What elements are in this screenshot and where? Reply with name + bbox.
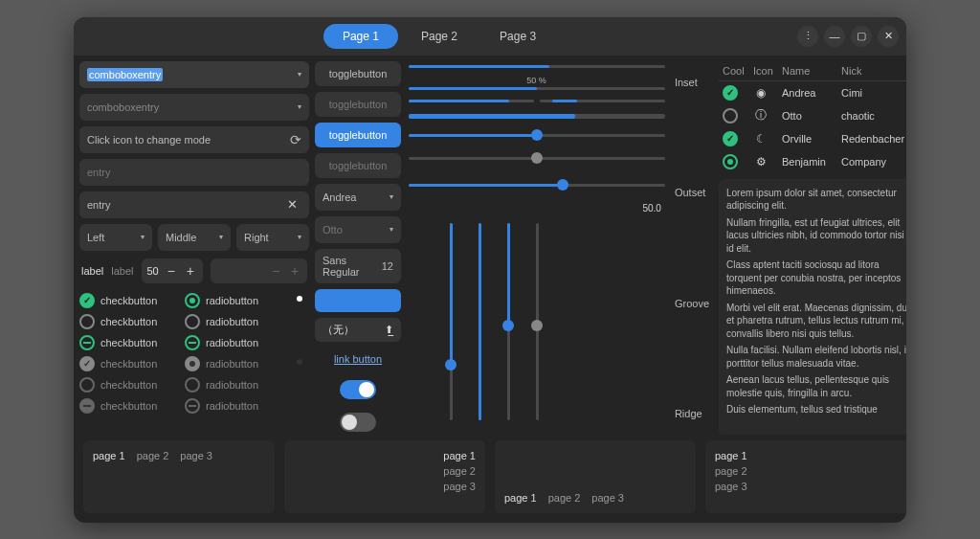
progress-text: 50 % bbox=[526, 76, 546, 85]
file-chooser[interactable]: （无） ⬆̲ bbox=[315, 318, 401, 342]
table-row[interactable]: ☾ Orville Redenbacher bbox=[719, 127, 906, 150]
combobox-entry-2[interactable]: comboboxentry ▾ bbox=[79, 94, 309, 121]
tab-page-1[interactable]: Page 1 bbox=[323, 24, 398, 49]
frame-inset: Inset bbox=[675, 77, 709, 88]
nb-tab[interactable]: page 2 bbox=[137, 450, 169, 461]
chevron-down-icon: ▾ bbox=[298, 102, 301, 111]
link-button[interactable]: link button bbox=[315, 348, 401, 371]
left-column: comboboxentry ▾ comboboxentry ▾ Click ic… bbox=[79, 61, 309, 435]
v-slider-4 bbox=[531, 223, 543, 420]
dropdown-right[interactable]: Right▾ bbox=[236, 224, 309, 251]
combobox-value: comboboxentry bbox=[87, 68, 163, 81]
entry-filled[interactable]: entry ✕ bbox=[79, 191, 309, 218]
upload-icon: ⬆̲ bbox=[385, 324, 393, 336]
font-button[interactable]: Sans Regular 12 bbox=[315, 249, 401, 283]
nb-tab[interactable]: page 2 bbox=[715, 465, 747, 477]
nb-tab[interactable]: page 3 bbox=[443, 481, 476, 492]
close-button[interactable]: ✕ bbox=[878, 26, 899, 47]
combo-andrea[interactable]: Andrea▾ bbox=[315, 184, 401, 211]
spin-plus[interactable]: + bbox=[184, 263, 197, 279]
level-bar bbox=[409, 114, 665, 119]
col-nick[interactable]: Nick bbox=[841, 65, 906, 77]
checkbox-icon[interactable] bbox=[723, 131, 738, 146]
toggle-button-3[interactable]: togglebutton bbox=[315, 123, 401, 147]
chevron-down-icon: ▾ bbox=[298, 70, 301, 79]
combo-otto: Otto▾ bbox=[315, 216, 401, 243]
checkbox-icon[interactable] bbox=[723, 108, 738, 124]
toggle-button-2[interactable]: togglebutton bbox=[315, 92, 401, 117]
switch-on[interactable] bbox=[340, 380, 376, 399]
spin-minus[interactable]: − bbox=[269, 263, 282, 279]
settings-icon: ⚙ bbox=[753, 154, 768, 169]
nb-tab[interactable]: page 1 bbox=[715, 450, 747, 461]
v-slider-2[interactable] bbox=[474, 223, 485, 420]
mode-entry[interactable]: Click icon to change mode bbox=[79, 126, 309, 153]
spin-value: 50 bbox=[147, 265, 159, 277]
color-button[interactable] bbox=[315, 289, 401, 312]
spin-button-1[interactable]: 50 − + bbox=[142, 258, 203, 283]
right-column: Cool Icon Name Nick ◉ Andrea Cimi ⓘ Otto… bbox=[719, 61, 906, 435]
table-row[interactable]: ⓘ Otto chaotic bbox=[719, 104, 906, 127]
nb-tab[interactable]: page 1 bbox=[504, 492, 537, 504]
nb-tab[interactable]: page 1 bbox=[443, 450, 476, 461]
slider-thumb[interactable] bbox=[445, 359, 457, 371]
progress-bar-1 bbox=[409, 65, 665, 68]
nb-tab[interactable]: page 1 bbox=[93, 450, 125, 461]
radio-icon[interactable] bbox=[185, 293, 200, 308]
h-slider-1[interactable] bbox=[409, 128, 665, 142]
frame-ridge: Ridge bbox=[675, 408, 709, 419]
h-slider-2 bbox=[409, 151, 665, 165]
col-icon[interactable]: Icon bbox=[753, 65, 780, 77]
checkbox-icon[interactable] bbox=[723, 85, 738, 101]
table-row[interactable]: ◉ Andrea Cimi bbox=[719, 81, 906, 104]
toggle-button-1[interactable]: togglebutton bbox=[315, 61, 401, 86]
refresh-icon[interactable] bbox=[290, 132, 301, 147]
notebook-1: page 1 page 2 page 3 bbox=[83, 440, 275, 513]
slider-thumb[interactable] bbox=[557, 179, 568, 191]
radio-icon[interactable] bbox=[185, 314, 200, 329]
nb-tab[interactable]: page 3 bbox=[715, 481, 747, 492]
radio-icon[interactable] bbox=[185, 335, 200, 350]
checkbox-icon[interactable] bbox=[79, 293, 95, 308]
slider-thumb bbox=[531, 152, 543, 164]
checkbox-icon bbox=[79, 356, 95, 371]
minimize-button[interactable]: — bbox=[824, 26, 845, 47]
h-slider-3[interactable] bbox=[409, 178, 665, 191]
dropdown-middle[interactable]: Middle▾ bbox=[158, 224, 231, 251]
spin-button-2[interactable]: − + bbox=[211, 258, 307, 283]
table-row[interactable]: ⚙ Benjamin Company bbox=[719, 150, 906, 173]
checkbox-icon[interactable] bbox=[79, 314, 95, 329]
vertical-sliders bbox=[407, 219, 667, 420]
tab-page-3[interactable]: Page 3 bbox=[480, 24, 555, 49]
v-slider-1[interactable] bbox=[445, 223, 457, 420]
menu-button[interactable]: ⋮ bbox=[797, 26, 818, 47]
switch-off[interactable] bbox=[340, 413, 376, 432]
maximize-button[interactable]: ▢ bbox=[851, 26, 872, 47]
tab-switcher: Page 1 Page 2 Page 3 bbox=[323, 24, 555, 49]
tab-page-2[interactable]: Page 2 bbox=[402, 24, 477, 49]
slider-thumb[interactable] bbox=[531, 129, 543, 141]
nb-tab[interactable]: page 3 bbox=[180, 450, 212, 461]
v-slider-3[interactable] bbox=[502, 223, 514, 420]
checkbox-icon[interactable] bbox=[79, 335, 95, 350]
nb-tab[interactable]: page 3 bbox=[591, 492, 624, 504]
nb-tab[interactable]: page 2 bbox=[443, 465, 476, 477]
chevron-down-icon: ▾ bbox=[390, 192, 393, 201]
clear-icon[interactable]: ✕ bbox=[283, 197, 301, 212]
chevron-down-icon: ▾ bbox=[141, 233, 145, 241]
entry-value: entry bbox=[87, 199, 110, 211]
spin-plus[interactable]: + bbox=[288, 263, 301, 279]
moon-icon: ☾ bbox=[753, 131, 768, 146]
combobox-entry-1[interactable]: comboboxentry ▾ bbox=[79, 61, 309, 88]
dropdown-left[interactable]: Left▾ bbox=[79, 224, 152, 251]
spin-minus[interactable]: − bbox=[165, 263, 178, 279]
col-name[interactable]: Name bbox=[782, 65, 839, 77]
nb-tab[interactable]: page 2 bbox=[548, 492, 581, 504]
chevron-down-icon: ▾ bbox=[390, 225, 393, 234]
checkbox-icon[interactable] bbox=[723, 154, 738, 169]
text-view[interactable]: Lorem ipsum dolor sit amet, consectetur … bbox=[719, 179, 906, 435]
col-cool[interactable]: Cool bbox=[723, 65, 751, 77]
slider-thumb[interactable] bbox=[502, 320, 514, 331]
entry-placeholder[interactable]: entry bbox=[79, 159, 309, 186]
radio-solo[interactable] bbox=[290, 296, 309, 302]
